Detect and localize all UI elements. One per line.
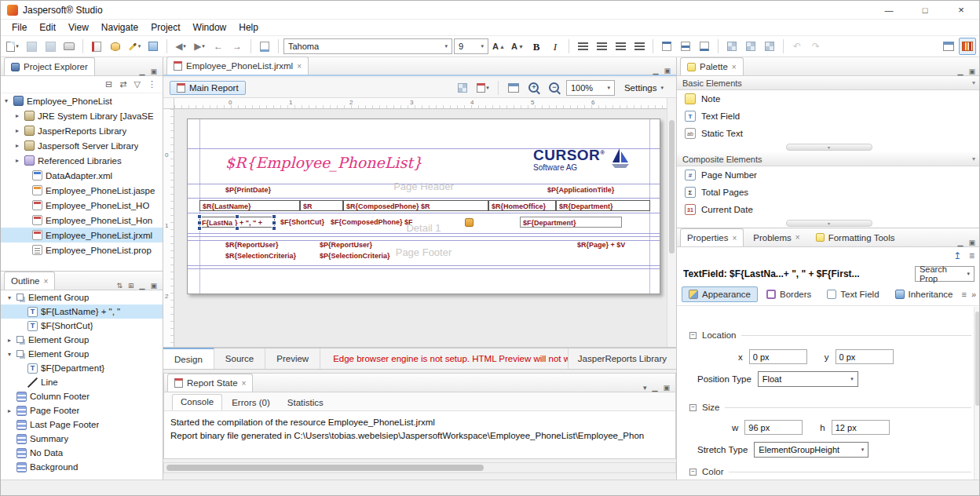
close-icon[interactable]: × [943, 1, 979, 19]
tree-item-jrxml-hon[interactable]: Employee_PhoneList_Hon [1, 213, 163, 228]
align-right-button[interactable] [612, 38, 629, 55]
design-workarea[interactable]: $R{Employee_PhoneList} CURSOR® Software … [174, 109, 667, 347]
subtab-inheritance[interactable]: Inheritance [888, 286, 960, 302]
h-input[interactable] [832, 420, 890, 435]
outline-department-field[interactable]: T$F{Department} [1, 361, 163, 375]
decrease-font-button[interactable]: A▼ [509, 38, 526, 55]
maximize-view-icon[interactable]: ▣ [663, 385, 670, 392]
minimize-view-icon[interactable]: ▁ [958, 239, 964, 246]
position-type-select[interactable]: Float ▾ [758, 371, 858, 387]
link-editor-icon[interactable]: ⇄ [119, 79, 126, 89]
chevron-right-icon[interactable]: ▸ [5, 407, 13, 414]
outline-background[interactable]: Background [1, 460, 163, 474]
palette-item-current-date[interactable]: 31Current Date [677, 201, 980, 218]
report-user-label-field[interactable]: $R{ReportUser} [225, 241, 279, 249]
chevron-right-icon[interactable]: ▸ [13, 112, 21, 119]
zoom-out-button[interactable]: − [546, 79, 563, 97]
subtab-appearance[interactable]: Appearance [682, 286, 758, 302]
minimize-view-icon[interactable]: ▁ [958, 68, 964, 75]
outline-shortcut-field[interactable]: T$F{ShortCut} [1, 319, 163, 333]
save-all-button[interactable] [42, 38, 59, 55]
application-title-field[interactable]: $P{ApplicationTitle} [547, 186, 614, 194]
font-family-combo[interactable]: Tahoma▾ [283, 38, 452, 54]
tree-item-jre-library[interactable]: ▸JRE System Library [JavaSE [1, 108, 163, 123]
export-properties-icon[interactable]: ↥ [953, 250, 961, 261]
column-header-cell[interactable]: $R [300, 200, 343, 211]
band-separator[interactable] [188, 213, 660, 213]
back-button[interactable]: ◀▾ [172, 38, 189, 55]
maximize-view-icon[interactable]: ▣ [150, 68, 157, 75]
y-input[interactable] [836, 349, 894, 364]
maximize-view-icon[interactable]: ▣ [150, 283, 157, 290]
band-separator[interactable] [188, 265, 660, 266]
selection-criteria-value-field[interactable]: $P{SelectionCriteria} [320, 252, 390, 260]
outline-element-group-1[interactable]: ▾Element Group [1, 290, 163, 305]
close-icon[interactable]: × [242, 379, 247, 388]
close-icon[interactable]: × [732, 63, 737, 71]
palette-item-page-number[interactable]: #Page Number [677, 166, 980, 184]
collapse-section-icon[interactable]: − [689, 469, 697, 476]
tree-item-server-library[interactable]: ▸Jaspersoft Server Library [1, 138, 163, 153]
same-width-button[interactable] [723, 38, 740, 55]
publish-button[interactable] [144, 38, 162, 55]
outline-column-footer[interactable]: Column Footer [1, 389, 163, 403]
selection-handle[interactable] [197, 214, 202, 219]
view-menu-icon[interactable]: ≡ [969, 250, 975, 261]
collapse-section-icon[interactable]: − [689, 332, 697, 339]
valign-bottom-button[interactable] [696, 38, 713, 55]
selection-handle[interactable] [272, 226, 276, 231]
scrollbar-thumb[interactable] [166, 465, 484, 471]
outline-summary[interactable]: Summary [1, 432, 163, 446]
report-page[interactable]: $R{Employee_PhoneList} CURSOR® Software … [187, 119, 660, 294]
jaspersoft-perspective-button[interactable] [959, 38, 976, 55]
grid-toggle-button[interactable] [505, 79, 522, 97]
collapse-section-icon[interactable]: − [689, 404, 697, 411]
band-separator[interactable] [188, 236, 660, 237]
align-center-button[interactable] [593, 38, 610, 55]
minimize-view-icon[interactable]: ▁ [653, 385, 658, 392]
canvas-vertical-scrollbar[interactable] [667, 98, 676, 347]
selection-handle[interactable] [272, 221, 276, 225]
chevron-right-icon[interactable]: ▸ [13, 157, 21, 164]
shortcut-field[interactable]: $F{ShortCut} [280, 218, 324, 226]
band-separator[interactable] [188, 268, 660, 269]
bottom-horizontal-scrollbar[interactable] [163, 462, 676, 473]
bold-button[interactable]: B [528, 38, 545, 55]
palette-item-total-pages[interactable]: ΣTotal Pages [677, 184, 980, 201]
valign-top-button[interactable] [658, 38, 675, 55]
palette-item-note[interactable]: Note [677, 90, 980, 108]
report-user-value-field[interactable]: $P{ReportUser} [320, 241, 372, 249]
palette-item-text-field[interactable]: TText Field [677, 108, 980, 125]
subtab-console[interactable]: Console [172, 394, 222, 410]
tab-palette[interactable]: Palette × [680, 57, 744, 75]
chevron-right-icon[interactable]: ▸ [13, 127, 21, 134]
valign-middle-button[interactable] [677, 38, 694, 55]
selection-handle[interactable] [197, 226, 202, 231]
chevron-down-icon[interactable]: ▾ [5, 351, 13, 358]
editor-tab[interactable]: Employee_PhoneList.jrxml × [166, 57, 309, 75]
wizard-button[interactable]: ▾ [126, 38, 143, 55]
composed-phone-field[interactable]: $F{ComposedPhone} $F [331, 218, 413, 226]
tab-list-icon[interactable]: ≡ [961, 290, 966, 299]
font-size-combo[interactable]: 9▾ [454, 38, 488, 54]
section-color[interactable]: − Color [689, 467, 971, 476]
column-header-cell[interactable]: $R{LastName} [199, 200, 300, 211]
open-perspective-button[interactable] [940, 38, 957, 55]
column-header-row[interactable]: $R{LastName} $R $R{ComposedPhone} $R $R{… [188, 200, 660, 211]
forward-button[interactable]: ▶▾ [191, 38, 208, 55]
selected-text-field[interactable]: F{LastNa } + ", " + [199, 217, 275, 228]
menu-help[interactable]: Help [232, 20, 265, 35]
italic-button[interactable]: I [547, 38, 564, 55]
dataset-view-button[interactable] [454, 79, 471, 97]
outline-mode-icon[interactable]: ⇅ [116, 283, 122, 290]
edit-element-button[interactable] [256, 38, 273, 55]
tab-outline[interactable]: Outline × [4, 272, 55, 290]
tree-item-dataadapter[interactable]: DataAdapter.xml [1, 168, 163, 183]
close-icon[interactable]: × [43, 277, 48, 286]
tab-source[interactable]: Source [214, 348, 265, 369]
search-properties-combo[interactable]: Search Prop ▾ [915, 266, 975, 282]
subtab-text-field[interactable]: Text Field [820, 286, 886, 302]
x-input[interactable] [749, 349, 807, 364]
menu-file[interactable]: File [5, 20, 33, 35]
menu-view[interactable]: View [62, 20, 95, 35]
